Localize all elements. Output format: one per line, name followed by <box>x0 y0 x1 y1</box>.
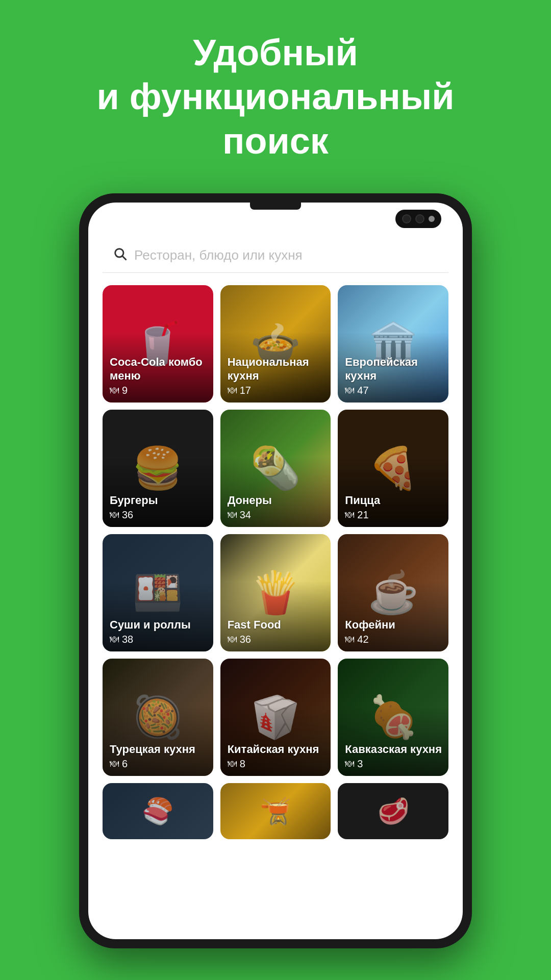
hero-section: Удобный и функциональный поиск <box>0 0 551 183</box>
category-info-coffee: Кофейни🍽42 <box>345 618 395 645</box>
count-text-sushi: 38 <box>122 634 133 645</box>
category-name-national: Национальная кухня <box>228 356 331 383</box>
category-info-national: Национальная кухня🍽17 <box>228 356 331 396</box>
restaurant-icon-chinese: 🍽 <box>228 759 237 769</box>
category-name-pizza: Пицца <box>345 494 380 507</box>
count-text-burgers: 36 <box>122 509 133 521</box>
category-info-turkish: Турецкая кухня🍽6 <box>110 743 195 770</box>
category-count-coffee: 🍽42 <box>345 634 395 645</box>
search-icon <box>113 246 127 264</box>
partial-visual-row2-1: 🍣 <box>103 783 213 839</box>
category-card-turkish[interactable]: 🥘Турецкая кухня🍽6 <box>103 659 213 776</box>
category-count-chinese: 🍽8 <box>228 758 319 770</box>
partial-card-row2-3[interactable]: 🥩 <box>338 783 448 839</box>
category-info-caucasian: Кавказская кухня🍽3 <box>345 743 442 770</box>
app-container: Удобный и функциональный поиск <box>0 0 551 948</box>
category-card-sushi[interactable]: 🍱Суши и роллы🍽38 <box>103 534 213 651</box>
restaurant-icon-coca-cola: 🍽 <box>110 385 119 396</box>
category-card-caucasian[interactable]: 🍖Кавказская кухня🍽3 <box>338 659 448 776</box>
category-count-coca-cola: 🍽9 <box>110 385 213 396</box>
category-name-european: Европейская кухня <box>345 356 448 383</box>
category-info-chinese: Китайская кухня🍽8 <box>228 743 319 770</box>
category-info-doners: Донеры🍽34 <box>228 494 272 521</box>
category-info-sushi: Суши и роллы🍽38 <box>110 618 191 645</box>
category-info-coca-cola: Coca-Cola комбо меню🍽9 <box>110 356 213 396</box>
count-text-pizza: 21 <box>357 509 368 521</box>
camera-lens-1 <box>402 214 411 223</box>
search-placeholder[interactable]: Ресторан, блюдо или кухня <box>134 247 303 263</box>
category-count-sushi: 🍽38 <box>110 634 191 645</box>
hero-title: Удобный и функциональный поиск <box>96 32 454 161</box>
restaurant-icon-turkish: 🍽 <box>110 759 119 769</box>
phone-wrapper: Ресторан, блюдо или кухня 🥤Coca-Cola ком… <box>0 193 551 948</box>
category-name-turkish: Турецкая кухня <box>110 743 195 756</box>
category-card-coca-cola[interactable]: 🥤Coca-Cola комбо меню🍽9 <box>103 285 213 403</box>
phone-frame: Ресторан, блюдо или кухня 🥤Coca-Cola ком… <box>79 193 472 948</box>
category-info-burgers: Бургеры🍽36 <box>110 494 158 521</box>
category-name-caucasian: Кавказская кухня <box>345 743 442 756</box>
category-card-european[interactable]: 🏛️Европейская кухня🍽47 <box>338 285 448 403</box>
category-card-national[interactable]: 🍲Национальная кухня🍽17 <box>220 285 331 403</box>
category-count-pizza: 🍽21 <box>345 509 380 521</box>
camera-module <box>395 210 441 228</box>
category-count-burgers: 🍽36 <box>110 509 158 521</box>
category-card-burgers[interactable]: 🍔Бургеры🍽36 <box>103 410 213 527</box>
screen-content: Ресторан, блюдо или кухня 🥤Coca-Cola ком… <box>88 203 463 939</box>
category-name-chinese: Китайская кухня <box>228 743 319 756</box>
category-card-fastfood[interactable]: 🍟Fast Food🍽36 <box>220 534 331 651</box>
category-count-national: 🍽17 <box>228 385 331 396</box>
category-card-pizza[interactable]: 🍕Пицца🍽21 <box>338 410 448 527</box>
category-name-sushi: Суши и роллы <box>110 618 191 632</box>
category-info-pizza: Пицца🍽21 <box>345 494 380 521</box>
category-count-doners: 🍽34 <box>228 509 272 521</box>
categories-grid: 🥤Coca-Cola комбо меню🍽9🍲Национальная кух… <box>103 285 448 776</box>
count-text-doners: 34 <box>240 509 251 521</box>
restaurant-icon-doners: 🍽 <box>228 510 237 520</box>
count-text-turkish: 6 <box>122 758 128 770</box>
category-name-burgers: Бургеры <box>110 494 158 507</box>
partial-card-row2-2[interactable]: 🫕 <box>220 783 331 839</box>
category-name-doners: Донеры <box>228 494 272 507</box>
search-bar[interactable]: Ресторан, блюдо или кухня <box>103 238 448 273</box>
restaurant-icon-fastfood: 🍽 <box>228 634 237 645</box>
svg-line-1 <box>122 256 126 259</box>
category-info-european: Европейская кухня🍽47 <box>345 356 448 396</box>
count-text-european: 47 <box>357 385 368 396</box>
count-text-national: 17 <box>240 385 251 396</box>
partial-row: 🍣🫕🥩 <box>103 783 448 839</box>
category-name-fastfood: Fast Food <box>228 618 281 632</box>
camera-dot <box>429 216 435 222</box>
category-card-doners[interactable]: 🌯Донеры🍽34 <box>220 410 331 527</box>
restaurant-icon-caucasian: 🍽 <box>345 759 354 769</box>
count-text-coffee: 42 <box>357 634 368 645</box>
category-name-coca-cola: Coca-Cola комбо меню <box>110 356 213 383</box>
category-card-coffee[interactable]: ☕Кофейни🍽42 <box>338 534 448 651</box>
camera-lens-2 <box>415 214 424 223</box>
phone-camera <box>395 210 441 228</box>
category-count-european: 🍽47 <box>345 385 448 396</box>
restaurant-icon-pizza: 🍽 <box>345 510 354 520</box>
count-text-chinese: 8 <box>240 758 245 770</box>
partial-visual-row2-3: 🥩 <box>338 783 448 839</box>
category-count-caucasian: 🍽3 <box>345 758 442 770</box>
category-info-fastfood: Fast Food🍽36 <box>228 618 281 645</box>
category-card-chinese[interactable]: 🥡Китайская кухня🍽8 <box>220 659 331 776</box>
count-text-caucasian: 3 <box>357 758 363 770</box>
category-name-coffee: Кофейни <box>345 618 395 632</box>
phone-screen: Ресторан, блюдо или кухня 🥤Coca-Cola ком… <box>88 203 463 939</box>
restaurant-icon-national: 🍽 <box>228 385 237 396</box>
category-count-turkish: 🍽6 <box>110 758 195 770</box>
count-text-coca-cola: 9 <box>122 385 128 396</box>
restaurant-icon-coffee: 🍽 <box>345 634 354 645</box>
count-text-fastfood: 36 <box>240 634 251 645</box>
partial-card-row2-1[interactable]: 🍣 <box>103 783 213 839</box>
partial-visual-row2-2: 🫕 <box>220 783 331 839</box>
restaurant-icon-sushi: 🍽 <box>110 634 119 645</box>
category-count-fastfood: 🍽36 <box>228 634 281 645</box>
restaurant-icon-burgers: 🍽 <box>110 510 119 520</box>
restaurant-icon-european: 🍽 <box>345 385 354 396</box>
